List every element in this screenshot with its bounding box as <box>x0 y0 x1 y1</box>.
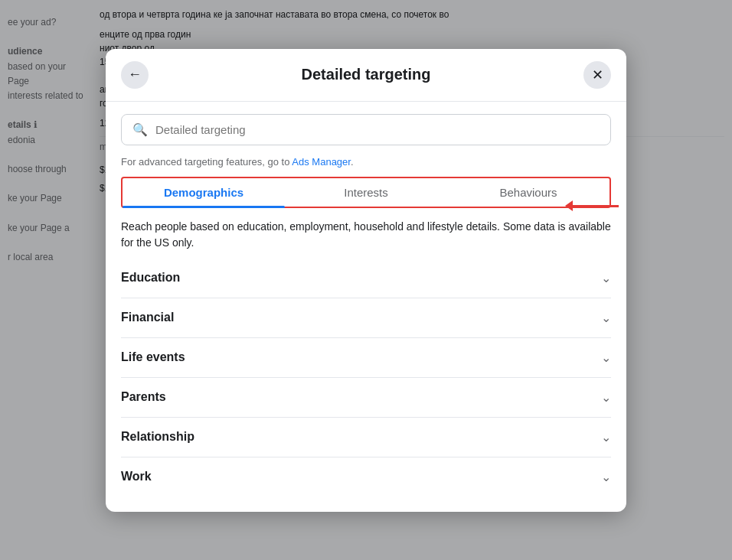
tab-interests[interactable]: Interests <box>285 178 447 207</box>
chevron-down-icon-relationship: ⌄ <box>601 430 611 444</box>
category-label-financial: Financial <box>121 311 174 324</box>
category-label-education: Education <box>121 271 180 285</box>
search-input[interactable] <box>155 123 600 136</box>
tab-behaviours-label: Behaviours <box>499 186 557 199</box>
red-arrow-head <box>565 200 573 211</box>
modal-title: Detailed targeting <box>149 66 583 83</box>
category-item-life-events[interactable]: Life events ⌄ <box>121 338 611 378</box>
category-item-relationship[interactable]: Relationship ⌄ <box>121 418 611 457</box>
ads-manager-line: For advanced targeting features, go to A… <box>106 151 626 177</box>
tab-interests-label: Interests <box>344 186 388 199</box>
category-list: Education ⌄ Financial ⌄ Life events ⌄ Pa… <box>106 259 626 497</box>
category-label-relationship: Relationship <box>121 430 194 444</box>
chevron-down-icon-education: ⌄ <box>601 271 611 285</box>
detailed-targeting-modal: ← Detailed targeting ✕ 🔍 For advanced ta… <box>106 49 626 512</box>
ads-manager-link[interactable]: Ads Manager <box>292 156 351 168</box>
tab-description: Reach people based on education, employm… <box>106 208 626 259</box>
chevron-down-icon-financial: ⌄ <box>601 311 611 325</box>
search-box: 🔍 <box>121 114 611 145</box>
search-section: 🔍 <box>106 102 626 151</box>
ads-manager-suffix: . <box>351 156 354 168</box>
category-item-education[interactable]: Education ⌄ <box>121 259 611 298</box>
back-icon: ← <box>128 67 142 83</box>
ads-manager-text: For advanced targeting features, go to <box>121 156 289 168</box>
tab-demographics-label: Demographics <box>164 186 243 199</box>
close-icon: ✕ <box>592 67 603 83</box>
chevron-down-icon-life-events: ⌄ <box>601 350 611 365</box>
category-label-life-events: Life events <box>121 350 185 364</box>
red-arrow-line <box>573 205 619 207</box>
close-button[interactable]: ✕ <box>583 61 611 89</box>
back-button[interactable]: ← <box>121 61 149 89</box>
tab-demographics[interactable]: Demographics <box>123 178 285 207</box>
category-item-work[interactable]: Work ⌄ <box>121 457 611 497</box>
red-arrow-indicator <box>565 200 619 211</box>
category-label-parents: Parents <box>121 390 166 404</box>
chevron-down-icon-work: ⌄ <box>601 470 611 484</box>
search-icon: 🔍 <box>132 122 148 137</box>
category-label-work: Work <box>121 470 152 483</box>
chevron-down-icon-parents: ⌄ <box>601 390 611 405</box>
modal-overlay: ← Detailed targeting ✕ 🔍 For advanced ta… <box>0 0 732 560</box>
category-item-financial[interactable]: Financial ⌄ <box>121 298 611 338</box>
modal-header: ← Detailed targeting ✕ <box>106 49 626 102</box>
modal-footer <box>106 497 626 512</box>
tabs-container: Demographics Interests Behaviours <box>121 177 611 208</box>
category-item-parents[interactable]: Parents ⌄ <box>121 378 611 418</box>
